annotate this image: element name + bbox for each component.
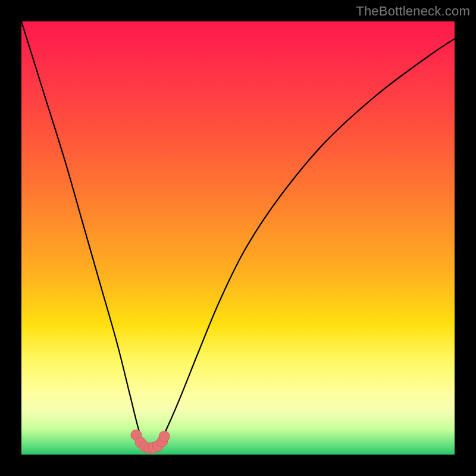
chart-frame: TheBottleneck.com (0, 0, 476, 476)
watermark-text: TheBottleneck.com (356, 4, 470, 19)
marker-dot (159, 431, 170, 441)
bottleneck-curve (21, 21, 455, 450)
chart-svg (21, 21, 455, 455)
marker-group (131, 430, 170, 453)
plot-area (21, 21, 455, 455)
